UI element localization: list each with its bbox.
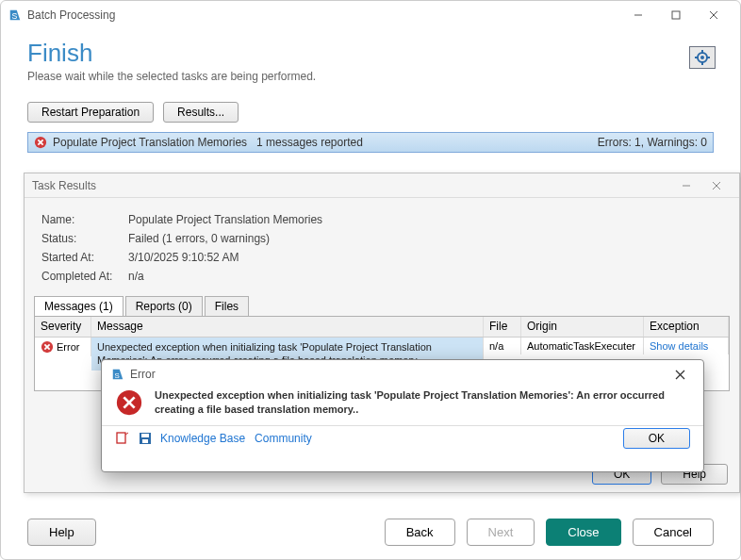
maximize-button[interactable] — [657, 2, 695, 28]
message-count: 1 messages reported — [256, 136, 363, 149]
inner-close-button[interactable] — [701, 174, 732, 197]
gear-icon — [689, 46, 716, 69]
cell-severity: Error — [57, 341, 79, 353]
close-wizard-button[interactable]: Close — [546, 519, 620, 546]
minimize-button[interactable] — [619, 2, 657, 28]
app-icon: S — [8, 8, 22, 22]
restart-preparation-button[interactable]: Restart Preparation — [27, 102, 154, 123]
error-ok-button[interactable]: OK — [623, 428, 690, 449]
tab-reports[interactable]: Reports (0) — [125, 296, 203, 316]
prop-started-value: 3/10/2025 9:10:52 AM — [128, 249, 322, 266]
col-file[interactable]: File — [484, 317, 521, 337]
error-message-text: Unexpected exception when initializing t… — [155, 388, 690, 418]
grid-header: Severity Message File Origin Exception — [35, 317, 729, 338]
error-body: Unexpected exception when initializing t… — [102, 388, 703, 423]
error-titlebar: S Error — [102, 360, 703, 388]
col-message[interactable]: Message — [91, 317, 484, 337]
community-link[interactable]: Community — [255, 432, 312, 445]
prop-name-label: Name: — [41, 211, 126, 228]
svg-rect-26 — [117, 433, 125, 443]
prop-completed-value: n/a — [128, 268, 322, 285]
col-severity[interactable]: Severity — [35, 317, 91, 337]
col-origin[interactable]: Origin — [521, 317, 644, 337]
tabs: Messages (1) Reports (0) Files — [34, 296, 730, 316]
tab-files[interactable]: Files — [205, 296, 249, 316]
prop-completed-label: Completed At: — [41, 268, 126, 285]
inner-minimize-button[interactable] — [671, 174, 701, 197]
task-summary-bar[interactable]: Populate Project Translation Memories 1 … — [27, 132, 714, 153]
error-warning-counts: Errors: 1, Warnings: 0 — [598, 136, 707, 149]
knowledge-base-link[interactable]: Knowledge Base — [160, 432, 245, 445]
svg-text:S: S — [12, 11, 18, 21]
page-title: Finish — [27, 39, 316, 68]
wizard-footer: Help Back Next Close Cancel — [1, 519, 740, 546]
error-close-button[interactable] — [666, 361, 694, 387]
next-button: Next — [467, 519, 535, 546]
svg-point-6 — [700, 56, 704, 59]
svg-text:S: S — [115, 371, 120, 380]
cell-origin: AutomaticTaskExecuter — [521, 338, 644, 354]
svg-rect-2 — [672, 11, 680, 19]
error-dialog-title: Error — [130, 368, 156, 381]
show-details-link[interactable]: Show details — [644, 338, 729, 354]
close-button[interactable] — [695, 2, 733, 28]
error-icon — [34, 136, 47, 149]
prop-status-value: Failed (1 errors, 0 warnings) — [128, 230, 322, 247]
titlebar: S Batch Processing — [1, 1, 740, 29]
error-dialog: S Error Unexpected exception when initia… — [101, 359, 704, 472]
prop-started-label: Started At: — [41, 249, 126, 266]
task-properties: Name:Populate Project Translation Memori… — [25, 198, 339, 292]
results-button[interactable]: Results... — [163, 102, 239, 123]
prop-status-label: Status: — [41, 230, 126, 247]
cell-file: n/a — [484, 338, 521, 354]
svg-rect-30 — [142, 439, 148, 443]
error-icon — [41, 340, 54, 354]
back-button[interactable]: Back — [385, 519, 455, 546]
save-icon[interactable] — [138, 431, 153, 446]
batch-processing-window: S Batch Processing Finish Please wait wh… — [0, 0, 741, 560]
svg-rect-29 — [141, 434, 149, 437]
inner-title-text: Task Results — [32, 179, 96, 192]
toolbar: Restart Preparation Results... — [1, 87, 740, 128]
help-button[interactable]: Help — [27, 519, 96, 546]
task-name: Populate Project Translation Memories — [53, 136, 247, 149]
inner-titlebar: Task Results — [25, 173, 739, 198]
prop-name-value: Populate Project Translation Memories — [128, 211, 322, 228]
cancel-button[interactable]: Cancel — [633, 519, 714, 546]
window-title: Batch Processing — [27, 8, 619, 22]
tab-messages[interactable]: Messages (1) — [34, 296, 124, 316]
copy-icon[interactable] — [115, 431, 130, 446]
header: Finish Please wait while the selected ta… — [1, 29, 342, 87]
col-exception[interactable]: Exception — [644, 317, 729, 337]
error-footer: Knowledge Base Community OK — [102, 425, 703, 456]
page-subtitle: Please wait while the selected tasks are… — [27, 70, 316, 83]
error-icon — [115, 388, 143, 418]
app-icon: S — [111, 368, 124, 381]
